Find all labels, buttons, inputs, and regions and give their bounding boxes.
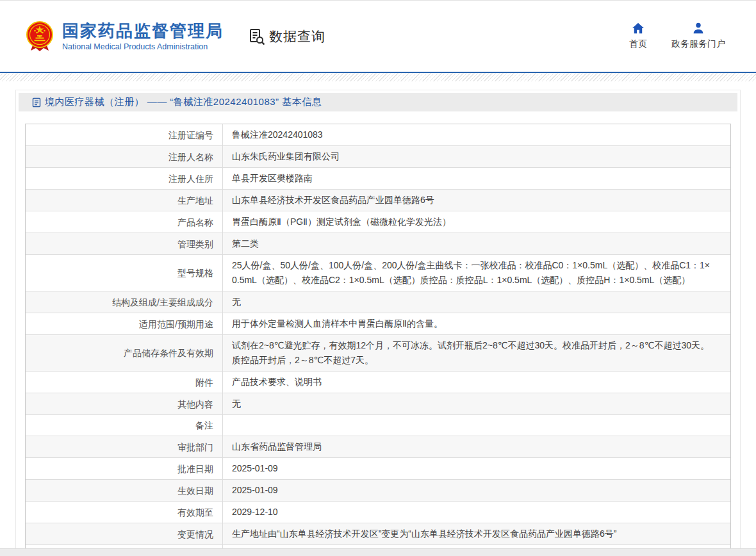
table-row: 注册证编号鲁械注准20242401083: [26, 124, 730, 145]
row-label: 变更情况: [177, 527, 213, 541]
row-label-cell: 附件: [26, 372, 223, 393]
row-label-cell: 产品储存条件及有效期: [26, 335, 223, 371]
row-value-cell: 胃蛋白酶原Ⅱ（PGⅡ）测定试剂盒（磁微粒化学发光法）: [223, 211, 730, 233]
table-row: 有效期至2029-12-10: [26, 501, 730, 523]
row-label: 产品储存条件及有效期: [124, 346, 213, 360]
content-container: 境内医疗器械（注册） —— “鲁械注准20242401083” 基本信息 注册证…: [15, 90, 741, 556]
home-icon: [632, 22, 645, 34]
row-value-cell: 用于体外定量检测人血清样本中胃蛋白酶原Ⅱ的含量。: [223, 313, 730, 334]
row-label: 产品名称: [177, 215, 213, 229]
row-label-cell: 型号规格: [26, 255, 223, 291]
row-value-cell: 山东朱氏药业集团有限公司: [223, 146, 730, 167]
org-name-en: National Medical Products Administration: [62, 42, 224, 51]
footer-strip: [0, 548, 756, 556]
row-label: 注册证编号: [168, 128, 213, 142]
table-row: 审批部门山东省药品监督管理局: [26, 436, 730, 457]
table-row: 批准日期2025-01-09: [26, 457, 730, 479]
row-label: 生效日期: [177, 484, 213, 498]
row-label: 备注: [195, 418, 213, 432]
table-row: 生效日期2025-01-09: [26, 479, 730, 501]
row-label: 型号规格: [177, 266, 213, 280]
row-label: 审批部门: [177, 440, 213, 454]
table-row: 注册人名称山东朱氏药业集团有限公司: [26, 145, 730, 167]
table-row: 结构及组成/主要组成成分无: [26, 291, 730, 313]
row-label-cell: 变更情况: [26, 523, 223, 544]
row-value-cell: 单县开发区樊楼路南: [223, 168, 730, 189]
row-value-cell: 无: [223, 393, 730, 414]
row-label-cell: 适用范围/预期用途: [26, 313, 223, 334]
national-emblem-icon: [24, 20, 55, 53]
person-icon: [692, 22, 705, 34]
info-table: 注册证编号鲁械注准20242401083注册人名称山东朱氏药业集团有限公司注册人…: [25, 124, 731, 556]
row-value-cell: 2025-01-09: [223, 480, 730, 501]
row-value-cell: 生产地址由“山东单县经济技术开发区”变更为“山东单县经济技术开发区食品药品产业园…: [223, 523, 730, 544]
org-names: 国家药品监督管理局 National Medical Products Admi…: [62, 21, 224, 51]
document-icon: [32, 97, 41, 108]
row-label: 生产地址: [177, 193, 213, 208]
row-value-cell: 2025-01-09: [223, 458, 730, 479]
row-value: 山东省药品监督管理局: [232, 439, 322, 454]
row-label: 管理类别: [177, 237, 213, 251]
table-row: 管理类别第二类: [26, 233, 730, 254]
row-label: 注册人住所: [168, 172, 213, 186]
section-title-bar: 境内医疗器械（注册） —— “鲁械注准20242401083” 基本信息: [19, 93, 737, 111]
hatch-band: [0, 73, 756, 81]
row-value: 2029-12-10: [232, 505, 278, 519]
row-value-cell: 25人份/盒、50人份/盒、100人份/盒、200人份/盒主曲线卡：一张校准品：…: [223, 255, 730, 291]
row-label: 附件: [195, 375, 213, 389]
row-label-cell: 注册证编号: [26, 124, 223, 145]
row-value: 产品技术要求、说明书: [232, 375, 322, 389]
row-label-cell: 生产地址: [26, 190, 223, 211]
row-value-cell: 鲁械注准20242401083: [223, 124, 730, 145]
row-label-cell: 批准日期: [26, 458, 223, 479]
row-value-cell: 2029-12-10: [223, 502, 730, 523]
table-row: 变更情况生产地址由“山东单县经济技术开发区”变更为“山东单县经济技术开发区食品药…: [26, 523, 730, 544]
row-value: 用于体外定量检测人血清样本中胃蛋白酶原Ⅱ的含量。: [232, 316, 443, 331]
row-label: 注册人名称: [168, 150, 213, 164]
row-value: 山东单县经济技术开发区食品药品产业园单德路6号: [232, 193, 434, 208]
row-label: 有效期至: [177, 505, 213, 519]
row-value-cell: 山东单县经济技术开发区食品药品产业园单德路6号: [223, 190, 730, 211]
row-label: 结构及组成/主要组成成分: [112, 295, 213, 309]
row-label-cell: 有效期至: [26, 502, 223, 523]
table-row: 其他内容无: [26, 393, 730, 414]
row-value: 鲁械注准20242401083: [232, 127, 323, 142]
row-label-cell: 注册人住所: [26, 168, 223, 189]
row-value: 生产地址由“山东单县经济技术开发区”变更为“山东单县经济技术开发区食品药品产业园…: [232, 527, 616, 541]
row-value: 胃蛋白酶原Ⅱ（PGⅡ）测定试剂盒（磁微粒化学发光法）: [232, 215, 451, 229]
site-header: 国家药品监督管理局 National Medical Products Admi…: [0, 1, 756, 72]
nav-label: 政务服务门户: [671, 38, 725, 50]
row-value: 25人份/盒、50人份/盒、100人份/盒、200人份/盒主曲线卡：一张校准品：…: [232, 258, 715, 288]
table-row: 产品储存条件及有效期试剂在2~8℃避光贮存，有效期12个月，不可冰冻。试剂开瓶后…: [26, 334, 730, 371]
row-value: 试剂在2~8℃避光贮存，有效期12个月，不可冰冻。试剂开瓶后2~8℃不超过30天…: [232, 338, 715, 368]
table-row: 型号规格25人份/盒、50人份/盒、100人份/盒、200人份/盒主曲线卡：一张…: [26, 254, 730, 291]
row-label: 其他内容: [177, 397, 213, 411]
row-value: 2025-01-09: [232, 483, 278, 498]
row-value-cell: 产品技术要求、说明书: [223, 372, 730, 393]
nav-item-gov-portal[interactable]: 政务服务门户: [671, 22, 725, 50]
row-value-cell: 试剂在2~8℃避光贮存，有效期12个月，不可冰冻。试剂开瓶后2~8℃不超过30天…: [223, 335, 730, 371]
page-title: 境内医疗器械（注册） —— “鲁械注准20242401083” 基本信息: [45, 96, 322, 108]
table-row: 产品名称胃蛋白酶原Ⅱ（PGⅡ）测定试剂盒（磁微粒化学发光法）: [26, 211, 730, 233]
row-label-cell: 其他内容: [26, 393, 223, 414]
table-row: 适用范围/预期用途用于体外定量检测人血清样本中胃蛋白酶原Ⅱ的含量。: [26, 313, 730, 334]
row-label-cell: 生效日期: [26, 480, 223, 501]
nav-item-home[interactable]: 首页: [629, 22, 647, 50]
row-value-cell: [223, 415, 730, 436]
data-query-nav[interactable]: 数据查询: [248, 28, 325, 45]
header-nav: 首页 政务服务门户: [629, 22, 725, 50]
site-logo[interactable]: 国家药品监督管理局 National Medical Products Admi…: [24, 20, 224, 53]
row-value: 2025-01-09: [232, 461, 278, 476]
row-label-cell: 结构及组成/主要组成成分: [26, 291, 223, 313]
row-label: 批准日期: [177, 462, 213, 476]
row-value: 第二类: [232, 236, 259, 251]
row-label: 适用范围/预期用途: [139, 317, 213, 331]
data-query-label: 数据查询: [269, 28, 325, 45]
table-row: 备注: [26, 414, 730, 436]
row-value-cell: 第二类: [223, 233, 730, 254]
row-label-cell: 审批部门: [26, 436, 223, 457]
row-label-cell: 产品名称: [26, 211, 223, 233]
table-row: 附件产品技术要求、说明书: [26, 371, 730, 393]
row-value-cell: 山东省药品监督管理局: [223, 436, 730, 457]
table-row: 生产地址山东单县经济技术开发区食品药品产业园单德路6号: [26, 189, 730, 211]
